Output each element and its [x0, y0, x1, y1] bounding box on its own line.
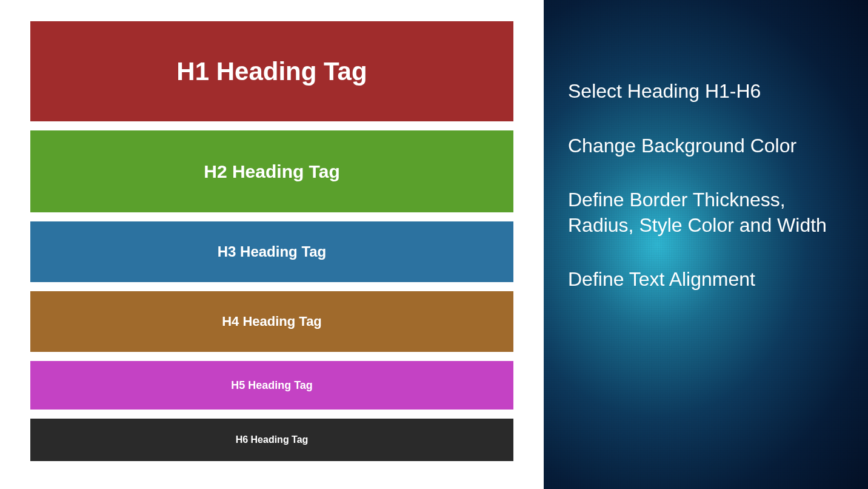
h2-heading-label: H2 Heading Tag: [204, 161, 339, 182]
h3-heading-bar: H3 Heading Tag: [30, 221, 513, 282]
feature-change-bg-color: Change Background Color: [568, 133, 844, 159]
h6-heading-label: H6 Heading Tag: [236, 434, 309, 445]
feature-define-border: Define Border Thickness, Radius, Style C…: [568, 187, 844, 238]
h5-heading-bar: H5 Heading Tag: [30, 361, 513, 410]
h1-heading-bar: H1 Heading Tag: [30, 21, 513, 121]
h4-heading-label: H4 Heading Tag: [222, 314, 322, 329]
feature-select-heading: Select Heading H1-H6: [568, 79, 844, 104]
h4-heading-bar: H4 Heading Tag: [30, 291, 513, 352]
h2-heading-bar: H2 Heading Tag: [30, 130, 513, 212]
features-panel: Select Heading H1-H6 Change Background C…: [544, 0, 868, 489]
h3-heading-label: H3 Heading Tag: [218, 243, 327, 260]
h6-heading-bar: H6 Heading Tag: [30, 419, 513, 461]
h5-heading-label: H5 Heading Tag: [231, 379, 313, 392]
feature-text-alignment: Define Text Alignment: [568, 267, 844, 292]
headings-preview-panel: H1 Heading Tag H2 Heading Tag H3 Heading…: [0, 0, 544, 489]
h1-heading-label: H1 Heading Tag: [176, 57, 367, 86]
